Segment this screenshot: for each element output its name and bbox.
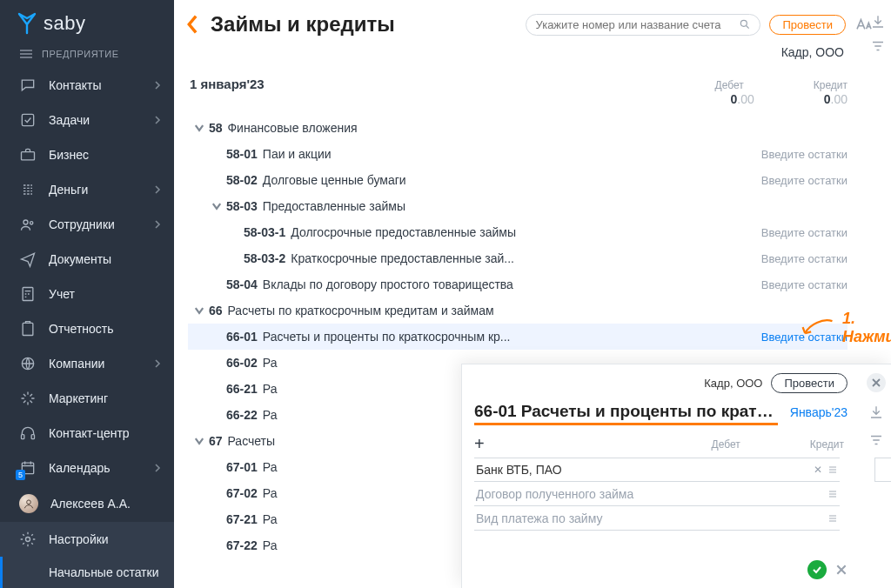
clear-icon[interactable]: ✕	[814, 464, 822, 476]
filter-list-icon[interactable]	[870, 38, 886, 54]
acc-code: 58	[209, 121, 223, 135]
bank-field[interactable]: ✕	[474, 458, 840, 482]
enter-balance-link[interactable]: Введите остатки	[761, 174, 847, 187]
nav-reporting[interactable]: Отчетность	[0, 311, 174, 346]
nav-marketing[interactable]: Маркетинг	[0, 381, 174, 416]
tree-row-58-01[interactable]: 58-01Паи и акцииВведите остатки	[188, 141, 847, 167]
nav-label: Контакт-центр	[49, 426, 162, 440]
chevron-right-icon	[153, 116, 162, 124]
svg-rect-5	[23, 323, 33, 335]
acc-label: Ра	[263, 408, 278, 422]
contract-input[interactable]	[476, 487, 822, 501]
gear-icon	[19, 531, 37, 548]
nav-documents[interactable]: Документы	[0, 242, 174, 277]
nav-initial-balances[interactable]: Начальные остатки	[0, 557, 174, 588]
date-label: 1 января'23	[190, 77, 265, 91]
add-row-button[interactable]: +	[474, 434, 495, 454]
svg-rect-0	[22, 114, 33, 125]
panel-process-button[interactable]: Провести	[771, 373, 847, 393]
nav-contact-center[interactable]: Контакт-центр	[0, 416, 174, 451]
sparkle-icon	[19, 390, 37, 407]
nav-staff[interactable]: Сотрудники	[0, 207, 174, 242]
nav-user[interactable]: Алексеев А.А.	[0, 485, 174, 522]
tree-row-58-03[interactable]: 58-03Предоставленные займы	[188, 193, 847, 219]
subheader: Кадр, ООО	[174, 43, 891, 68]
payment-type-field[interactable]	[474, 506, 840, 531]
acc-code: 67-02	[226, 486, 258, 500]
avatar	[19, 494, 38, 513]
tree-row-66-01[interactable]: 66-01Расчеты и проценты по краткосрочным…	[188, 324, 847, 350]
filter-list-icon[interactable]	[868, 432, 884, 448]
panel-footer	[474, 553, 847, 579]
search-input[interactable]	[535, 18, 734, 31]
tree-row-58-02[interactable]: 58-02Долговые ценные бумагиВведите остат…	[188, 167, 847, 193]
search-input-wrap[interactable]	[526, 14, 760, 36]
credit-amount-field[interactable]: Кредит	[874, 458, 891, 482]
close-icon	[871, 378, 881, 388]
drag-icon[interactable]	[827, 513, 838, 524]
chevron-down-icon[interactable]	[193, 304, 205, 317]
acc-code: 67-22	[226, 538, 258, 552]
acc-label: Долговые ценные бумаги	[263, 173, 406, 187]
logo[interactable]: saby	[0, 0, 174, 43]
nav-label: Контакты	[49, 78, 141, 92]
chevron-down-icon[interactable]	[193, 435, 205, 447]
tree-row-58[interactable]: 58Финансовые вложения	[188, 115, 847, 141]
svg-point-2	[23, 220, 28, 224]
nav-settings[interactable]: Настройки	[0, 522, 174, 557]
check-square-icon	[19, 111, 37, 129]
process-button[interactable]: Провести	[769, 15, 846, 35]
chevron-down-icon[interactable]	[211, 200, 223, 212]
acc-label: Расчеты и проценты по краткосрочным кр..…	[263, 330, 511, 344]
acc-label: Ра	[263, 512, 278, 526]
contract-field[interactable]	[474, 482, 840, 506]
tree-row-66[interactable]: 66Расчеты по краткосрочным кредитам и за…	[188, 297, 847, 324]
nav-label: Учет	[49, 287, 162, 301]
nav-money[interactable]: Деньги	[0, 172, 174, 207]
menu-icon	[19, 49, 33, 59]
nav-contacts[interactable]: Контакты	[0, 68, 174, 103]
back-icon[interactable]	[186, 15, 200, 34]
nav-companies[interactable]: Компании	[0, 346, 174, 381]
acc-code: 58-03-1	[244, 225, 285, 239]
acc-label: Краткосрочные предоставленные зай...	[291, 251, 514, 265]
enter-balance-link[interactable]: Введите остатки	[761, 278, 847, 291]
enter-balance-link[interactable]: Введите остатки	[761, 226, 847, 239]
acc-label: Вклады по договору простого товарищества	[263, 277, 513, 291]
drag-icon[interactable]	[827, 464, 838, 475]
drag-icon[interactable]	[827, 489, 838, 499]
check-icon	[812, 565, 822, 575]
company-label[interactable]: Кадр, ООО	[781, 45, 844, 59]
tree-row-58-03-1[interactable]: 58-03-1Долгосрочные предоставленные займ…	[188, 219, 847, 245]
cancel-button[interactable]	[835, 564, 847, 576]
acc-code: 58-04	[226, 277, 258, 291]
panel-company[interactable]: Кадр, ООО	[704, 377, 762, 390]
confirm-button[interactable]	[807, 560, 827, 579]
payment-type-input[interactable]	[476, 511, 822, 525]
nav-accounting[interactable]: Учет	[0, 277, 174, 311]
bank-input[interactable]	[476, 463, 808, 477]
download-icon[interactable]	[870, 14, 886, 30]
clipboard-icon	[19, 320, 37, 337]
enter-balance-link[interactable]: Введите остатки	[761, 331, 847, 344]
search-icon[interactable]	[739, 18, 751, 30]
acc-code: 66-21	[226, 382, 258, 396]
globe-icon	[19, 355, 37, 372]
panel-date[interactable]: Январь'23	[790, 405, 847, 419]
nav-calendar[interactable]: 5 Календарь	[0, 451, 174, 485]
section-head[interactable]: ПРЕДПРИЯТИЕ	[0, 43, 174, 68]
acc-code: 66-22	[226, 408, 258, 422]
panel-title: 66-01 Расчеты и проценты по краткосрочны…	[474, 402, 778, 425]
download-icon[interactable]	[868, 404, 884, 420]
nav-tasks[interactable]: Задачи	[0, 103, 174, 137]
nav-label: Задачи	[49, 113, 141, 127]
panel-side-actions	[867, 373, 886, 448]
tree-row-58-03-2[interactable]: 58-03-2Краткосрочные предоставленные зай…	[188, 245, 847, 271]
chevron-down-icon[interactable]	[193, 122, 205, 134]
enter-balance-link[interactable]: Введите остатки	[761, 148, 847, 161]
enter-balance-link[interactable]: Введите остатки	[761, 252, 847, 265]
panel-close-button[interactable]	[867, 373, 886, 392]
tree-row-58-04[interactable]: 58-04Вклады по договору простого товарищ…	[188, 271, 847, 297]
nav-business[interactable]: Бизнес	[0, 137, 174, 172]
money-icon	[19, 181, 37, 198]
